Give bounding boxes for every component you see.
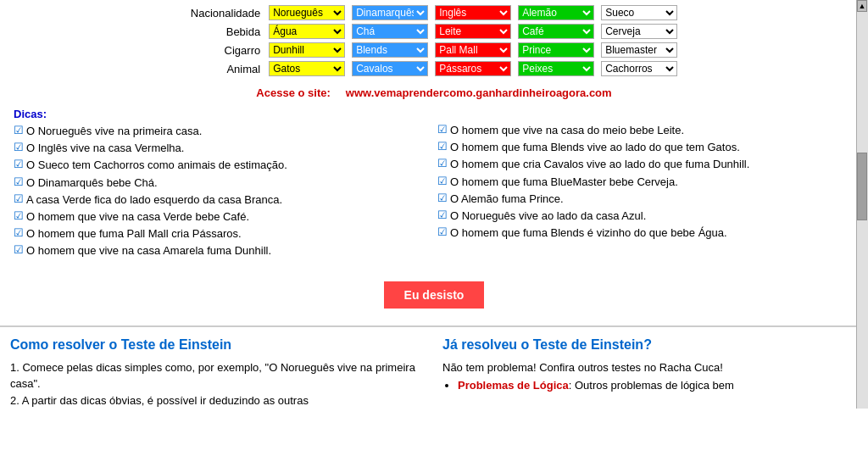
puzzle-table: NacionalidadeNorueguêsDinamarquêsInglêsA… <box>187 3 681 78</box>
house1-select[interactable]: NorueguêsDinamarquêsInglêsAlemãoSueco <box>269 5 345 20</box>
eu-desisto-button[interactable]: Eu desisto <box>384 281 485 309</box>
bottom-list-item: Problemas de Lógica: Outros problemas de… <box>458 379 858 392</box>
house5-select[interactable]: ÁguaCháLeiteCaféCerveja <box>601 24 677 39</box>
dica-checkbox: ☑ <box>437 192 448 204</box>
dica-checkbox: ☑ <box>437 209 448 221</box>
house2-select[interactable]: ÁguaCháLeiteCaféCerveja <box>352 24 428 39</box>
house1-select[interactable]: GatosCavalosPássarosPeixesCachorros <box>269 61 345 76</box>
house4-select[interactable]: NorueguêsDinamarquêsInglêsAlemãoSueco <box>518 5 594 20</box>
dica-checkbox: ☑ <box>14 124 24 136</box>
house-cell: GatosCavalosPássarosPeixesCachorros <box>431 59 515 78</box>
house5-select[interactable]: DunhillBlendsPall MallPrinceBluemaster <box>601 42 677 58</box>
dica-text: O Sueco tem Cachorros como animais de es… <box>26 158 287 173</box>
dica-checkbox: ☑ <box>14 209 24 222</box>
house-cell: GatosCavalosPássarosPeixesCachorros <box>515 59 598 78</box>
house-cell: DunhillBlendsPall MallPrinceBluemaster <box>431 41 515 59</box>
dicas-left: Dicas: ☑O Norueguês vive na primeira cas… <box>10 108 434 261</box>
bottom-left-title: Como resolver o Teste de Einstein <box>10 337 426 353</box>
dica-item: ☑O homem que fuma Blends é vizinho do qu… <box>437 225 854 241</box>
dica-text: O homem que cria Cavalos vive ao lado do… <box>450 157 749 172</box>
table-row: BebidaÁguaCháLeiteCaféCervejaÁguaCháLeit… <box>187 22 681 41</box>
dica-item: ☑O Dinamarquês bebe Chá. <box>14 175 431 191</box>
dica-item: ☑O Sueco tem Cachorros como animais de e… <box>14 158 431 173</box>
row-label: Bebida <box>187 22 265 41</box>
dica-text: A casa Verde fica do lado esquerdo da ca… <box>26 192 282 208</box>
table-row: CigarroDunhillBlendsPall MallPrinceBluem… <box>187 41 681 59</box>
house4-select[interactable]: ÁguaCháLeiteCaféCerveja <box>518 24 594 39</box>
scrollbar-thumb[interactable] <box>857 153 867 220</box>
house-cell: ÁguaCháLeiteCaféCerveja <box>598 22 681 41</box>
house4-select[interactable]: DunhillBlendsPall MallPrinceBluemaster <box>518 42 594 58</box>
dica-checkbox: ☑ <box>14 226 24 239</box>
house-cell: GatosCavalosPássarosPeixesCachorros <box>265 59 348 78</box>
scrollbar-up-button[interactable]: ▲ <box>857 0 867 12</box>
dica-text: O Dinamarquês bebe Chá. <box>26 175 158 191</box>
house3-select[interactable]: DunhillBlendsPall MallPrinceBluemaster <box>435 42 511 58</box>
dicas-right-list: ☑O homem que vive na casa do meio bebe L… <box>437 108 854 241</box>
page-wrapper: NacionalidadeNorueguêsDinamarquêsInglêsA… <box>0 0 868 409</box>
bottom-section: Como resolver o Teste de Einstein 1. Com… <box>0 325 868 409</box>
dica-item: ☑O Alemão fuma Prince. <box>437 192 854 207</box>
dica-text: O homem que fuma Blends é vizinho do que… <box>450 225 727 241</box>
house1-select[interactable]: DunhillBlendsPall MallPrinceBluemaster <box>269 42 345 58</box>
house2-select[interactable]: DunhillBlendsPall MallPrinceBluemaster <box>352 42 428 58</box>
dica-item: ☑O Norueguês vive na primeira casa. <box>14 124 431 139</box>
bottom-left: Como resolver o Teste de Einstein 1. Com… <box>10 337 426 409</box>
bottom-left-text1: 1. Comece pelas dicas simples como, por … <box>10 359 426 392</box>
house-cell: GatosCavalosPássarosPeixesCachorros <box>348 59 431 78</box>
house3-select[interactable]: GatosCavalosPássarosPeixesCachorros <box>435 61 511 76</box>
dica-item: ☑O Inglês vive na casa Vermelha. <box>14 141 431 156</box>
dica-item: ☑O homem que fuma Pall Mall cria Pássaro… <box>14 226 431 242</box>
site-link-section: Acesse o site: www.vemaprendercomo.ganha… <box>0 81 868 104</box>
row-label: Animal <box>187 59 265 78</box>
dica-checkbox: ☑ <box>437 123 448 136</box>
dica-item: ☑O homem que vive na casa Verde bebe Caf… <box>14 209 431 225</box>
house-cell: DunhillBlendsPall MallPrinceBluemaster <box>515 41 598 59</box>
house3-select[interactable]: ÁguaCháLeiteCaféCerveja <box>435 24 511 39</box>
scrollbar[interactable]: ▲ ▼ <box>856 0 868 409</box>
house5-select[interactable]: NorueguêsDinamarquêsInglêsAlemãoSueco <box>601 5 677 20</box>
button-section: Eu desisto <box>0 264 868 325</box>
dica-checkbox: ☑ <box>14 243 24 256</box>
bottom-right-title: Já resolveu o Teste de Einstein? <box>442 337 858 353</box>
house-cell: NorueguêsDinamarquêsInglêsAlemãoSueco <box>431 3 515 22</box>
dicas-right: ☑O homem que vive na casa do meio bebe L… <box>434 108 858 261</box>
house5-select[interactable]: GatosCavalosPássarosPeixesCachorros <box>601 61 677 76</box>
house-cell: NorueguêsDinamarquêsInglêsAlemãoSueco <box>265 3 348 22</box>
house4-select[interactable]: GatosCavalosPássarosPeixesCachorros <box>518 61 594 76</box>
dicas-title: Dicas: <box>14 108 431 120</box>
dica-text: O Norueguês vive na primeira casa. <box>26 124 202 139</box>
dica-item: ☑O homem que fuma Blends vive ao lado do… <box>437 140 854 155</box>
dica-checkbox: ☑ <box>14 175 24 188</box>
site-link-url[interactable]: www.vemaprendercomo.ganhardinheiroagora.… <box>346 86 612 99</box>
dica-checkbox: ☑ <box>14 192 24 205</box>
dica-item: ☑O Norueguês vive ao lado da casa Azul. <box>437 209 854 224</box>
table-section: NacionalidadeNorueguêsDinamarquêsInglêsA… <box>0 0 868 81</box>
dica-text: O homem que fuma Pall Mall cria Pássaros… <box>26 226 242 242</box>
row-label: Cigarro <box>187 41 265 59</box>
table-row: AnimalGatosCavalosPássarosPeixesCachorro… <box>187 59 681 78</box>
dica-text: O homem que vive na casa Amarela fuma Du… <box>26 243 271 259</box>
house-cell: ÁguaCháLeiteCaféCerveja <box>348 22 431 41</box>
site-link-prefix: Acesse o site: <box>256 86 330 99</box>
house-cell: NorueguêsDinamarquêsInglêsAlemãoSueco <box>348 3 431 22</box>
house1-select[interactable]: ÁguaCháLeiteCaféCerveja <box>269 24 345 39</box>
bottom-right-list: Problemas de Lógica: Outros problemas de… <box>442 379 858 392</box>
dica-checkbox: ☑ <box>14 141 24 153</box>
house3-select[interactable]: NorueguêsDinamarquêsInglêsAlemãoSueco <box>435 5 511 20</box>
dica-item: ☑O homem que fuma BlueMaster bebe Cervej… <box>437 175 854 190</box>
dica-item: ☑O homem que vive na casa do meio bebe L… <box>437 123 854 138</box>
dica-text: O homem que fuma Blends vive ao lado do … <box>450 140 740 155</box>
house-cell: GatosCavalosPássarosPeixesCachorros <box>598 59 681 78</box>
house2-select[interactable]: GatosCavalosPássarosPeixesCachorros <box>352 61 428 76</box>
dica-checkbox: ☑ <box>437 225 448 238</box>
house-cell: NorueguêsDinamarquêsInglêsAlemãoSueco <box>515 3 598 22</box>
bottom-left-text2: 2. A partir das dicas óbvias, é possível… <box>10 392 426 409</box>
dica-checkbox: ☑ <box>437 157 448 170</box>
house2-select[interactable]: NorueguêsDinamarquêsInglêsAlemãoSueco <box>352 5 428 20</box>
house-cell: NorueguêsDinamarquêsInglêsAlemãoSueco <box>598 3 681 22</box>
row-label: Nacionalidade <box>187 3 265 22</box>
house-cell: DunhillBlendsPall MallPrinceBluemaster <box>265 41 348 59</box>
logica-link[interactable]: Problemas de Lógica <box>458 379 569 392</box>
dica-text: O homem que vive na casa do meio bebe Le… <box>450 123 684 138</box>
